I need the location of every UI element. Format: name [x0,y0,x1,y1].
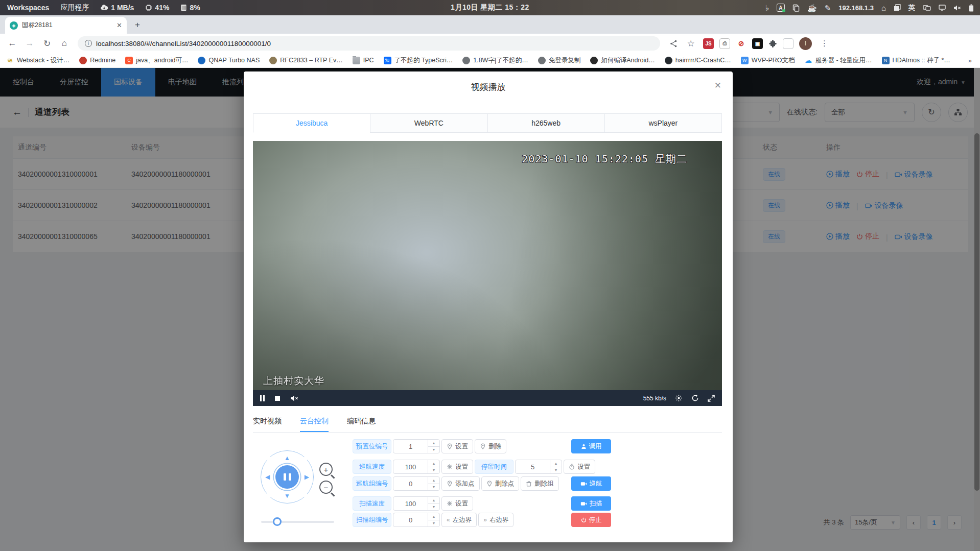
bookmark-item[interactable]: ≋Webstack - 设计… [6,56,69,65]
bookmark-star-icon[interactable]: ☆ [684,36,698,51]
bookmark-item[interactable]: 1.8W字|了不起的… [462,56,528,65]
bookmark-item[interactable]: Redmine [79,57,115,64]
ptz-stop-button[interactable]: 停止 [571,513,611,527]
new-tab-button[interactable]: + [131,18,144,32]
settings-gear-icon[interactable] [675,394,683,402]
tray-battery-icon[interactable] [969,4,974,12]
player-tab-h265web[interactable]: h265web [487,113,605,133]
fullscreen-icon[interactable] [708,395,715,402]
reload-button[interactable]: ↻ [40,36,54,51]
stay-time-input[interactable]: 5▲▼ [515,460,562,474]
video-player[interactable]: 2023-01-10 15:22:05 星期二 上抽村实大华 555 kb/s [253,141,722,406]
ext-blocker-icon[interactable]: ⊘ [736,38,746,49]
bookmark-item[interactable]: IPC [353,57,374,64]
ext-print-icon[interactable]: ⎙ [719,38,730,49]
bookmark-item[interactable]: QNAP Turbo NAS [198,57,260,64]
pan-up-arrow-icon[interactable]: ▲ [284,455,290,461]
browser-tab[interactable]: ◈ 国标28181 ✕ [5,17,127,34]
tray-home-icon[interactable]: ⌂ [881,4,886,12]
url-text[interactable]: localhost:38080/#/channelList/3402000000… [96,40,271,47]
slider-handle[interactable] [273,517,282,526]
address-bar[interactable]: i localhost:38080/#/channelList/34020000… [78,36,660,51]
pause-button[interactable] [260,395,265,401]
system-clock[interactable]: 1月10日 星期二 15：22 [451,3,529,12]
pan-right-arrow-icon[interactable]: ▶ [305,474,309,480]
tray-input-method[interactable]: 英 [908,3,915,12]
menu-kebab-icon[interactable]: ⋮ [818,39,831,48]
zoom-out-button[interactable]: − [319,481,333,494]
scan-right-boundary-button[interactable]: »右边界 [478,513,514,527]
pan-left-arrow-icon[interactable]: ◀ [265,474,270,480]
tray-volume-icon[interactable] [953,5,961,11]
ptz-pause-button[interactable] [275,465,299,489]
scan-start-button[interactable]: 扫描 [571,496,611,511]
tray-picker-icon[interactable]: ✎ [825,4,831,12]
profile-avatar[interactable]: I [799,37,812,50]
tray-clipboard-icon[interactable] [792,4,800,12]
zoom-in-button[interactable]: + [319,463,333,476]
bookmark-item[interactable]: RFC2833 – RTP Ev… [269,57,343,64]
scan-speed-set-button[interactable]: 设置 [441,496,473,511]
preset-call-button[interactable]: 调用 [571,439,611,453]
ptz-direction-pad[interactable]: ▲ ▼ ◀ ▶ [261,450,314,504]
forward-button[interactable]: → [22,36,37,51]
ext-light-square-icon[interactable] [783,38,794,49]
player-tab-webrtc[interactable]: WebRTC [370,113,487,133]
tray-display-icon[interactable] [939,5,946,11]
scan-speed-input[interactable]: 100▲▼ [393,496,440,511]
cruise-start-button[interactable]: 巡航 [571,476,611,491]
tray-flat-icon[interactable]: ♭ [765,4,769,12]
tray-display-pair-icon[interactable] [923,5,931,11]
cruise-add-point-button[interactable]: 添加点 [441,476,480,491]
applications-menu[interactable]: 应用程序 [60,3,89,12]
sub-tab-1[interactable]: 实时视频 [253,412,282,432]
cruise-delete-group-button[interactable]: 删除组 [521,476,559,491]
sub-tab-3[interactable]: 编码信息 [347,412,376,432]
number-spinner[interactable]: ▲▼ [428,477,439,490]
refresh-icon[interactable] [691,394,699,402]
bookmark-item[interactable]: hairrrrr/C-CrashC… [665,57,731,64]
ptz-speed-slider[interactable] [261,521,334,523]
number-spinner[interactable]: ▲▼ [428,497,439,510]
number-spinner[interactable]: ▲▼ [428,460,439,473]
stay-time-set-button[interactable]: 设置 [564,460,595,474]
preset-delete-button[interactable]: 删除 [475,439,506,453]
scan-left-boundary-button[interactable]: «左边界 [441,513,477,527]
bookmark-item[interactable]: 免登录复制 [538,56,581,65]
home-button[interactable]: ⌂ [57,36,72,51]
number-spinner[interactable]: ▲▼ [428,440,439,453]
preset-number-input[interactable]: 1▲▼ [393,439,440,453]
share-icon[interactable] [666,36,681,51]
mute-icon[interactable] [290,395,298,402]
cruise-delete-point-button[interactable]: 删除点 [481,476,520,491]
bookmark-item[interactable]: WWVP-PRO文档 [741,56,795,65]
preset-set-button[interactable]: 设置 [441,439,473,453]
ext-js-icon[interactable]: JS [703,38,714,49]
bookmark-item[interactable]: NHDAtmos :: 种子 *… [882,56,950,65]
extensions-puzzle-icon[interactable] [768,39,777,48]
stop-button[interactable] [275,396,280,401]
player-tab-wsplayer[interactable]: wsPlayer [604,113,722,133]
bookmark-item[interactable]: 如何编译Android… [590,56,655,65]
tray-ip-address[interactable]: 192.168.1.3 [838,4,874,12]
ext-dark-square-icon[interactable]: ▣ [752,38,763,49]
cruise-group-input[interactable]: 0▲▼ [393,476,440,491]
number-spinner[interactable]: ▲▼ [550,460,562,473]
tray-input-status-icon[interactable]: A [777,4,785,12]
player-tab-jessibuca[interactable]: Jessibuca [253,113,370,133]
cruise-speed-set-button[interactable]: 设置 [441,460,473,474]
sub-tab-2[interactable]: 云台控制 [300,412,329,432]
tab-close-icon[interactable]: ✕ [116,21,122,29]
workspaces-button[interactable]: Workspaces [7,4,49,12]
bookmarks-overflow-chevron[interactable]: » [966,57,974,64]
site-info-icon[interactable]: i [85,40,92,47]
tray-coffee-icon[interactable]: ☕ [807,4,817,12]
scan-group-input[interactable]: 0▲▼ [393,513,440,527]
bookmark-item[interactable]: Cjava、android可… [125,56,188,65]
tray-windows-icon[interactable] [894,4,901,11]
bookmark-item[interactable]: ☁服务器 - 轻量应用… [805,56,872,65]
pan-down-arrow-icon[interactable]: ▼ [284,493,290,499]
number-spinner[interactable]: ▲▼ [428,513,439,526]
cruise-speed-input[interactable]: 100▲▼ [393,460,440,474]
close-icon[interactable]: ✕ [714,80,721,91]
